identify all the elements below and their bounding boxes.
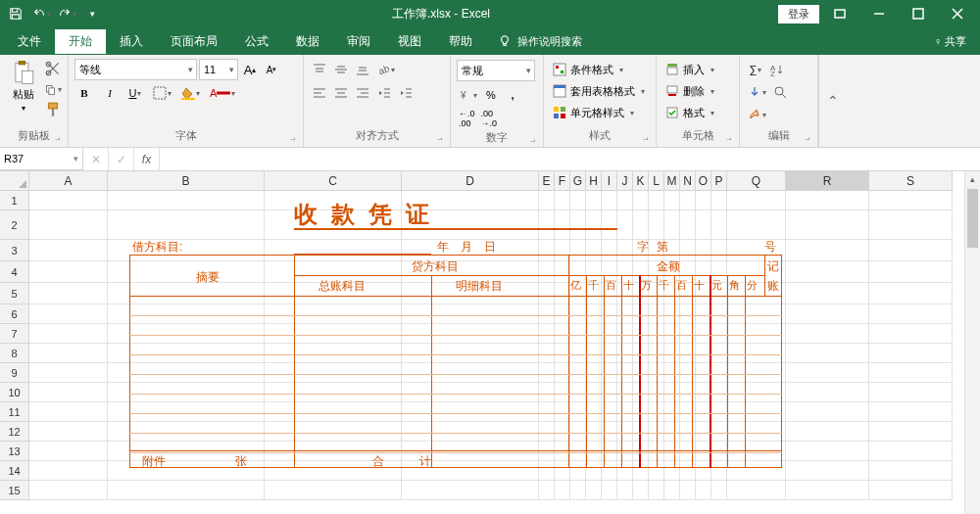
col-header-D[interactable]: D — [402, 171, 539, 191]
cell[interactable] — [29, 344, 108, 363]
cell[interactable] — [696, 191, 711, 210]
cell[interactable] — [602, 210, 617, 240]
select-all-corner[interactable] — [0, 171, 29, 191]
cell[interactable] — [570, 191, 586, 210]
tab-home[interactable]: 开始 — [55, 29, 106, 54]
cell[interactable] — [555, 191, 570, 210]
cell[interactable] — [664, 481, 680, 500]
col-header-K[interactable]: K — [633, 171, 649, 191]
cell[interactable] — [29, 442, 108, 461]
cell[interactable] — [786, 283, 869, 304]
cell[interactable] — [617, 481, 633, 500]
comma-button[interactable]: , — [503, 85, 522, 105]
align-bottom-button[interactable] — [353, 60, 372, 79]
cell[interactable] — [265, 191, 402, 210]
font-name-select[interactable]: 等线 — [74, 59, 197, 80]
cell[interactable] — [869, 422, 953, 442]
cell[interactable] — [29, 240, 108, 261]
cell[interactable] — [869, 402, 953, 422]
cell[interactable] — [29, 383, 108, 402]
align-left-button[interactable] — [310, 83, 329, 103]
cell[interactable] — [786, 191, 869, 210]
redo-button[interactable] — [55, 3, 78, 24]
cell[interactable] — [786, 461, 869, 481]
col-header-N[interactable]: N — [680, 171, 696, 191]
insert-function-button[interactable]: fx — [134, 148, 160, 170]
cell[interactable] — [869, 191, 953, 210]
cell[interactable] — [265, 481, 402, 500]
row-header-4[interactable]: 4 — [0, 261, 29, 283]
cell[interactable] — [586, 191, 602, 210]
decrease-decimal-button[interactable]: .00→.0 — [479, 109, 500, 128]
cell[interactable] — [869, 324, 953, 344]
cell[interactable] — [555, 210, 570, 240]
cancel-formula-button[interactable]: ✕ — [83, 148, 109, 170]
cell[interactable] — [869, 383, 953, 402]
cell[interactable] — [786, 240, 869, 261]
col-header-L[interactable]: L — [649, 171, 664, 191]
sort-filter-button[interactable]: AZ — [767, 60, 787, 79]
col-header-G[interactable]: G — [570, 171, 586, 191]
cell[interactable] — [869, 344, 953, 363]
cell[interactable] — [633, 481, 649, 500]
cell[interactable] — [786, 304, 869, 324]
cell[interactable] — [402, 210, 539, 240]
col-header-C[interactable]: C — [265, 171, 402, 191]
col-header-A[interactable]: A — [29, 171, 108, 191]
col-header-R[interactable]: R — [786, 171, 869, 191]
close-button[interactable] — [939, 2, 976, 25]
row-header-1[interactable]: 1 — [0, 191, 29, 210]
col-header-Q[interactable]: Q — [727, 171, 786, 191]
col-header-E[interactable]: E — [539, 171, 555, 191]
cell[interactable] — [696, 481, 711, 500]
cell[interactable] — [786, 442, 869, 461]
row-header-2[interactable]: 2 — [0, 210, 29, 240]
tab-help[interactable]: 帮助 — [435, 29, 486, 54]
cell[interactable] — [617, 191, 633, 210]
cell[interactable] — [869, 481, 953, 500]
minimize-button[interactable] — [860, 2, 898, 25]
cell[interactable] — [265, 210, 402, 240]
row-header-15[interactable]: 15 — [0, 481, 29, 500]
save-button[interactable] — [4, 3, 27, 24]
cell[interactable] — [649, 481, 664, 500]
cell[interactable] — [664, 210, 680, 240]
cell[interactable] — [786, 422, 869, 442]
cell[interactable] — [586, 210, 602, 240]
align-top-button[interactable] — [310, 60, 329, 79]
autosum-button[interactable]: ∑ — [746, 60, 765, 79]
cell[interactable] — [29, 191, 108, 210]
row-header-10[interactable]: 10 — [0, 383, 29, 402]
cell[interactable] — [664, 191, 680, 210]
cell[interactable] — [617, 210, 633, 240]
format-cells-button[interactable]: 格式 — [662, 103, 717, 122]
col-header-F[interactable]: F — [555, 171, 570, 191]
cell[interactable] — [29, 324, 108, 344]
cell[interactable] — [29, 283, 108, 304]
conditional-format-button[interactable]: 条件格式 — [550, 60, 626, 79]
insert-cells-button[interactable]: 插入 — [662, 60, 717, 79]
cell[interactable] — [29, 304, 108, 324]
tab-review[interactable]: 审阅 — [333, 29, 384, 54]
row-header-9[interactable]: 9 — [0, 363, 29, 383]
cell[interactable] — [649, 191, 664, 210]
tab-formula[interactable]: 公式 — [231, 29, 282, 54]
tab-file[interactable]: 文件 — [4, 29, 55, 54]
share-button[interactable]: ♀ 共享 — [934, 34, 966, 49]
increase-decimal-button[interactable]: ←.0.00 — [457, 109, 477, 128]
cell[interactable] — [29, 363, 108, 383]
align-right-button[interactable] — [353, 83, 372, 103]
border-button[interactable] — [151, 83, 173, 103]
tab-layout[interactable]: 页面布局 — [157, 29, 231, 54]
accounting-format-button[interactable]: ¥ — [457, 85, 479, 105]
fill-color-button[interactable] — [179, 83, 202, 103]
row-header-11[interactable]: 11 — [0, 402, 29, 422]
qat-customize[interactable]: ▾ — [80, 3, 104, 24]
cell[interactable] — [570, 481, 586, 500]
cell[interactable] — [711, 481, 727, 500]
cell[interactable] — [869, 304, 953, 324]
cell[interactable] — [786, 402, 869, 422]
col-header-S[interactable]: S — [869, 171, 953, 191]
col-header-O[interactable]: O — [696, 171, 711, 191]
row-header-8[interactable]: 8 — [0, 344, 29, 363]
